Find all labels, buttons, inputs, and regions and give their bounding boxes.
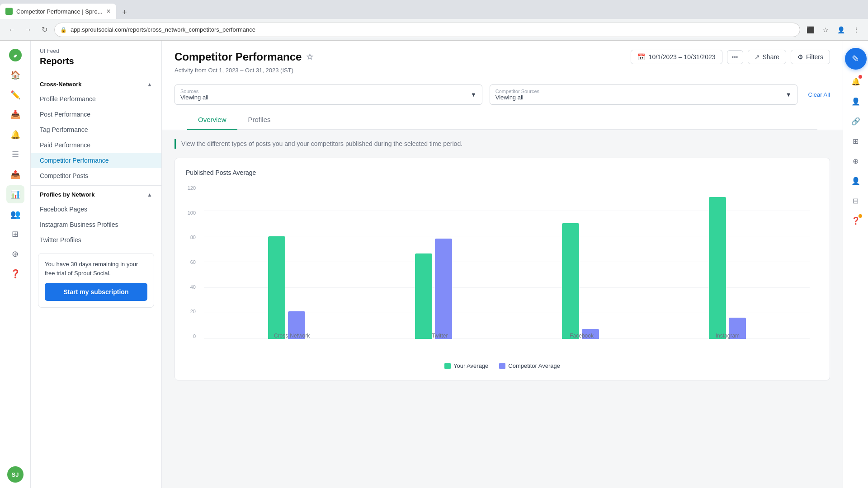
profile-view-icon[interactable]: 👤 bbox=[848, 93, 864, 109]
y-label-60: 60 bbox=[186, 259, 199, 265]
sidebar-item-twitter-profiles[interactable]: Twitter Profiles bbox=[31, 232, 161, 248]
sidebar-item-profile-performance[interactable]: Profile Performance bbox=[31, 91, 161, 107]
filters-button[interactable]: ⚙ Filters bbox=[791, 50, 830, 64]
bar-group-facebook bbox=[562, 223, 599, 339]
trial-banner: You have 30 days remaining in your free … bbox=[38, 253, 154, 308]
reports-title: Reports bbox=[40, 56, 152, 66]
ui-feed-link[interactable]: UI Feed bbox=[40, 48, 152, 54]
tab-close-button[interactable]: ✕ bbox=[106, 8, 111, 14]
sidebar-header: UI Feed Reports bbox=[31, 41, 161, 77]
menu-icon[interactable]: ⋮ bbox=[850, 23, 863, 36]
grid-icon[interactable]: ⊞ bbox=[6, 225, 24, 243]
reports-icon[interactable]: 📊 bbox=[6, 185, 24, 203]
grid-view-icon[interactable]: ⊞ bbox=[848, 133, 864, 149]
sidebar-item-instagram-business[interactable]: Instagram Business Profiles bbox=[31, 217, 161, 232]
legend-competitor-average: Competitor Average bbox=[499, 362, 560, 369]
header-actions: 📅 10/1/2023 – 10/31/2023 ••• ↗ Share ⚙ F… bbox=[631, 50, 830, 64]
profiles-by-network-section: Profiles by Network ▲ Facebook Pages Ins… bbox=[31, 188, 161, 248]
filter-icon: ⚙ bbox=[797, 53, 803, 61]
legend-your-average-label: Your Average bbox=[453, 362, 488, 369]
filters-label: Filters bbox=[806, 53, 823, 61]
sidebar-item-competitor-posts[interactable]: Competitor Posts bbox=[31, 168, 161, 183]
help-icon[interactable]: ❓ bbox=[6, 265, 24, 283]
y-label-120: 120 bbox=[186, 185, 199, 191]
table-icon[interactable]: ⊟ bbox=[848, 192, 864, 209]
sidebar: UI Feed Reports Cross-Network ▲ Profile … bbox=[31, 41, 162, 488]
forward-button[interactable]: → bbox=[22, 23, 34, 36]
title-row: Competitor Performance ☆ 📅 10/1/2023 – 1… bbox=[175, 50, 830, 64]
bookmark-icon[interactable]: ☆ bbox=[819, 23, 832, 36]
chart-legend: Your Average Competitor Average bbox=[186, 362, 819, 369]
bar-group-twitter bbox=[415, 239, 452, 339]
home-icon[interactable]: 🏠 bbox=[6, 66, 24, 84]
sidebar-item-facebook-pages[interactable]: Facebook Pages bbox=[31, 202, 161, 217]
send-icon[interactable]: 📤 bbox=[6, 165, 24, 183]
add-icon[interactable]: ⊕ bbox=[848, 153, 864, 169]
notification-badge bbox=[859, 75, 862, 79]
x-label-twitter: Twitter bbox=[432, 333, 448, 339]
more-options-button[interactable]: ••• bbox=[727, 50, 743, 64]
bar-twitter-your bbox=[415, 253, 432, 339]
nav-icons: ⬛ ☆ 👤 ⋮ bbox=[804, 23, 863, 36]
link-icon[interactable]: 🔗 bbox=[848, 113, 864, 129]
app: 🏠 ✏️ 📥 🔔 ☰ 📤 📊 👥 ⊞ ⊕ ❓ SJ UI Feed Report… bbox=[0, 41, 868, 488]
refresh-button[interactable]: ↻ bbox=[38, 23, 51, 36]
add-circle-icon[interactable]: ⊕ bbox=[6, 245, 24, 263]
sidebar-divider bbox=[31, 185, 161, 186]
menu-list-icon[interactable]: ☰ bbox=[6, 145, 24, 164]
share-button[interactable]: ↗ Share bbox=[748, 50, 786, 64]
tab-profiles[interactable]: Profiles bbox=[237, 110, 282, 130]
cross-network-section: Cross-Network ▲ Profile Performance Post… bbox=[31, 77, 161, 183]
help-circle-icon[interactable]: ❓ bbox=[848, 212, 864, 229]
url-bar[interactable]: 🔒 app.sproutsocial.com/reports/cross_net… bbox=[54, 23, 800, 37]
bell-icon[interactable]: 🔔 bbox=[6, 126, 24, 144]
sprout-logo[interactable] bbox=[6, 46, 24, 64]
y-label-100: 100 bbox=[186, 210, 199, 216]
bars-container bbox=[204, 185, 810, 339]
bars-cross-network bbox=[268, 236, 305, 339]
sidebar-item-post-performance[interactable]: Post Performance bbox=[31, 107, 161, 122]
y-label-0: 0 bbox=[186, 333, 199, 339]
compose-icon[interactable]: ✏️ bbox=[6, 86, 24, 104]
bar-group-cross-network bbox=[268, 236, 305, 339]
profiles-by-network-header[interactable]: Profiles by Network ▲ bbox=[31, 188, 161, 202]
browser-chrome: Competitor Performance | Spro... ✕ + ← →… bbox=[0, 0, 868, 41]
sources-select[interactable]: Sources Viewing all ▼ bbox=[175, 84, 482, 105]
active-tab[interactable]: Competitor Performance | Spro... ✕ bbox=[0, 4, 116, 19]
user-check-icon[interactable]: 👤 bbox=[848, 173, 864, 189]
new-tab-button[interactable]: + bbox=[118, 5, 132, 19]
inbox-icon[interactable]: 📥 bbox=[6, 106, 24, 124]
tab-bar: Competitor Performance | Spro... ✕ + bbox=[0, 0, 868, 19]
clear-all-button[interactable]: Clear All bbox=[808, 91, 830, 98]
tab-overview[interactable]: Overview bbox=[187, 110, 237, 130]
x-label-cross-network: Cross-Network bbox=[274, 333, 310, 339]
sources-content: Sources Viewing all bbox=[180, 89, 208, 101]
favorite-icon[interactable]: ☆ bbox=[306, 52, 313, 62]
tab-title: Competitor Performance | Spro... bbox=[16, 8, 103, 15]
start-subscription-button[interactable]: Start my subscription bbox=[45, 283, 147, 301]
sidebar-item-tag-performance[interactable]: Tag Performance bbox=[31, 122, 161, 137]
profiles-by-network-title: Profiles by Network bbox=[40, 191, 94, 198]
profile-icon[interactable]: 👤 bbox=[835, 23, 847, 36]
notifications-icon[interactable]: 🔔 bbox=[848, 73, 864, 89]
legend-dot-purple bbox=[499, 363, 505, 369]
share-label: Share bbox=[763, 53, 779, 61]
y-label-20: 20 bbox=[186, 309, 199, 314]
competitor-sources-label: Competitor Sources bbox=[495, 89, 539, 94]
lock-icon: 🔒 bbox=[60, 27, 67, 33]
extension-icon[interactable]: ⬛ bbox=[804, 23, 816, 36]
compose-fab[interactable]: ✎ bbox=[845, 48, 867, 70]
people-icon[interactable]: 👥 bbox=[6, 205, 24, 223]
activity-text: Activity from Oct 1, 2023 – Oct 31, 2023… bbox=[175, 67, 830, 74]
user-avatar[interactable]: SJ bbox=[7, 466, 24, 483]
bars-instagram bbox=[709, 197, 746, 339]
chart-title: Published Posts Average bbox=[186, 169, 819, 176]
sidebar-item-paid-performance[interactable]: Paid Performance bbox=[31, 137, 161, 153]
back-button[interactable]: ← bbox=[5, 23, 18, 36]
competitor-sources-select[interactable]: Competitor Sources Viewing all ▼ bbox=[490, 84, 797, 105]
sidebar-item-competitor-performance[interactable]: Competitor Performance bbox=[31, 153, 161, 168]
cross-network-header[interactable]: Cross-Network ▲ bbox=[31, 77, 161, 91]
cross-network-title: Cross-Network bbox=[40, 81, 81, 88]
date-range-button[interactable]: 📅 10/1/2023 – 10/31/2023 bbox=[631, 50, 722, 64]
legend-competitor-average-label: Competitor Average bbox=[508, 362, 560, 369]
